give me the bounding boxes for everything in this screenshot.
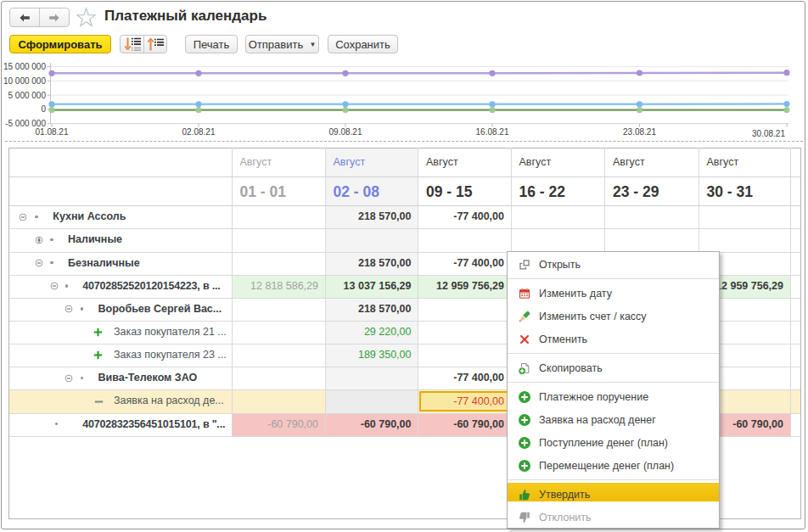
svg-text:02.08.21: 02.08.21 bbox=[182, 127, 216, 137]
svg-text:10 000 000: 10 000 000 bbox=[3, 76, 46, 86]
svg-text:23.08.21: 23.08.21 bbox=[623, 127, 656, 137]
svg-text:16.08.21: 16.08.21 bbox=[476, 127, 509, 137]
svg-text:0: 0 bbox=[41, 104, 46, 114]
svg-text:09.08.21: 09.08.21 bbox=[329, 127, 362, 137]
svg-text:5 000 000: 5 000 000 bbox=[8, 91, 47, 100]
svg-text:30.08.21: 30.08.21 bbox=[752, 129, 785, 138]
svg-text:15 000 000: 15 000 000 bbox=[3, 62, 46, 71]
svg-text:01.08.21: 01.08.21 bbox=[36, 127, 69, 137]
